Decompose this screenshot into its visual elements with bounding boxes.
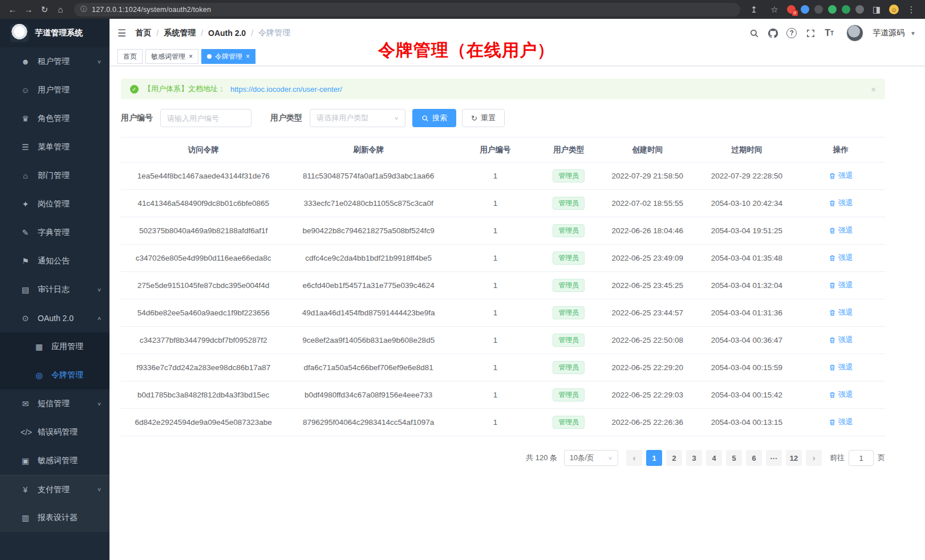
tab-sensitive-word[interactable]: 敏感词管理× xyxy=(145,49,198,64)
user-avatar[interactable] xyxy=(846,25,863,42)
close-tab-icon[interactable]: × xyxy=(246,53,250,60)
dark-extension-icon[interactable] xyxy=(814,5,823,14)
sidebar-item-notice[interactable]: ⚑通知公告 xyxy=(0,247,109,275)
close-tab-icon[interactable]: × xyxy=(189,53,193,60)
table-row: f9336e7c7dd242a283ee98dc86b17a87dfa6c71a… xyxy=(121,354,885,382)
breadcrumb-item[interactable]: OAuth 2.0 xyxy=(208,29,246,38)
sidebar-item-sensitive-word[interactable]: ▣敏感词管理 xyxy=(0,447,109,475)
total-count: 共 120 条 xyxy=(526,453,557,463)
page-button-3[interactable]: 3 xyxy=(686,450,702,466)
search-icon[interactable] xyxy=(747,26,761,40)
red-extension-icon[interactable]: 0 xyxy=(787,5,796,14)
page-button-2[interactable]: 2 xyxy=(666,450,682,466)
force-logout-button[interactable]: 强退 xyxy=(829,253,853,263)
help-icon[interactable]: ? xyxy=(784,26,799,40)
sidebar-item-label: 岗位管理 xyxy=(38,199,70,209)
home-icon[interactable]: ⌂ xyxy=(52,2,68,18)
refresh-token-cell: cdfc4ce9c2da4bb1bdf21b9918ff4be5 xyxy=(286,245,451,272)
force-logout-button[interactable]: 强退 xyxy=(829,389,853,400)
sidebar-item-menu[interactable]: ☰菜单管理 xyxy=(0,133,109,161)
force-logout-button[interactable]: 强退 xyxy=(829,225,853,236)
font-size-icon[interactable]: TT xyxy=(822,26,837,40)
sidebar-item-oauth2-token[interactable]: ◎令牌管理 xyxy=(0,361,109,389)
sidebar-item-oauth2-app[interactable]: ▦应用管理 xyxy=(0,332,109,361)
sidebar-item-dept[interactable]: ⌂部门管理 xyxy=(0,161,109,190)
more-pages-button[interactable]: ··· xyxy=(766,450,782,466)
github-icon[interactable] xyxy=(765,26,780,40)
tab-token[interactable]: 令牌管理× xyxy=(201,49,255,64)
site-info-icon[interactable]: ⓘ xyxy=(80,5,87,14)
page-button-6[interactable]: 6 xyxy=(746,450,762,466)
doc-link[interactable]: https://doc.iocoder.cn/user-center/ xyxy=(230,85,342,94)
breadcrumb-item[interactable]: 首页 xyxy=(135,28,151,38)
url-bar[interactable]: ⓘ 127.0.0.1:1024/system/oauth2/token xyxy=(74,3,740,17)
refresh-token-cell: dfa6c71a50a54c66bef706ef9e6e8d81 xyxy=(286,354,451,382)
share-icon[interactable]: ↥ xyxy=(746,2,762,18)
tab-home[interactable]: 首页 xyxy=(117,49,143,64)
page-button-5[interactable]: 5 xyxy=(726,450,742,466)
force-logout-button[interactable]: 强退 xyxy=(829,362,853,372)
action-cell: 强退 xyxy=(797,382,885,409)
sidebar-item-oauth2[interactable]: ⊙OAuth 2.0∧ xyxy=(0,304,109,332)
logo-image xyxy=(10,24,29,42)
table-row: 54d6be82ee5a460a9aedc1f9bf22365649d1aa46… xyxy=(121,299,885,327)
sidebar-toggle-icon[interactable]: ☰ xyxy=(117,27,126,39)
sidebar-item-sms[interactable]: ✉短信管理∨ xyxy=(0,389,109,418)
active-tab-dot xyxy=(207,54,212,59)
force-logout-button[interactable]: 强退 xyxy=(829,417,853,427)
username[interactable]: 芋道源码 xyxy=(873,28,904,38)
user-id-cell: 1 xyxy=(451,272,539,299)
back-icon[interactable]: ← xyxy=(5,2,21,18)
sidebar-item-tenant[interactable]: ☻租户管理∨ xyxy=(0,47,109,76)
page-size-select[interactable]: 10条/页 ∨ xyxy=(564,450,618,466)
page-button-1[interactable]: 1 xyxy=(646,450,662,466)
sidebar-item-user[interactable]: ☺用户管理 xyxy=(0,76,109,104)
user-type-select[interactable]: 请选择用户类型 ∨ xyxy=(310,109,405,127)
sidebar-item-dict[interactable]: ✎字典管理 xyxy=(0,218,109,247)
submenu-oauth2: ▦应用管理◎令牌管理 xyxy=(0,332,109,389)
force-logout-button[interactable]: 强退 xyxy=(829,280,853,290)
action-cell: 强退 xyxy=(797,190,885,217)
sidebar-item-pay[interactable]: ¥支付管理∨ xyxy=(0,475,109,504)
expire-time-cell: 2054-03-04 00:36:47 xyxy=(697,327,796,354)
breadcrumb-item[interactable]: 系统管理 xyxy=(164,28,196,38)
fullscreen-icon[interactable] xyxy=(803,26,818,40)
reload-icon[interactable]: ↻ xyxy=(36,2,52,18)
split-screen-icon[interactable]: ◨ xyxy=(869,2,885,18)
sidebar-item-role[interactable]: ♛角色管理 xyxy=(0,104,109,133)
forward-icon[interactable]: → xyxy=(21,2,36,18)
create-time-cell: 2022-06-25 22:50:08 xyxy=(598,327,697,354)
sidebar-item-post[interactable]: ✦岗位管理 xyxy=(0,190,109,218)
reset-button[interactable]: ↻ 重置 xyxy=(462,109,505,127)
prev-page-button[interactable]: ‹ xyxy=(626,450,642,466)
user-type-cell: 管理员 xyxy=(539,163,598,190)
app-logo[interactable]: 芋道管理系统 xyxy=(0,19,109,47)
slate-extension-icon[interactable] xyxy=(855,5,864,14)
force-logout-button[interactable]: 强退 xyxy=(829,307,853,318)
sidebar-item-error-code[interactable]: </>错误码管理 xyxy=(0,418,109,447)
sidebar-item-label: 应用管理 xyxy=(51,342,83,352)
browser-profile-avatar[interactable]: ☺ xyxy=(889,5,899,14)
page-button-12[interactable]: 12 xyxy=(786,450,802,466)
refresh-token-cell: b0df4980ffd34c67a08f9156e4eee733 xyxy=(286,382,451,409)
delete-icon xyxy=(829,172,836,180)
page-button-4[interactable]: 4 xyxy=(706,450,722,466)
goto-page-input[interactable] xyxy=(849,450,874,466)
sidebar-item-report[interactable]: ▥报表设计器 xyxy=(0,504,109,532)
next-page-button[interactable]: › xyxy=(806,450,822,466)
sidebar-item-audit-log[interactable]: ▤审计日志∨ xyxy=(0,275,109,304)
browser-actions: ↥ ☆ 0 ◨ ☺ ⋮ xyxy=(746,2,920,18)
teal-extension-icon[interactable] xyxy=(842,5,850,14)
force-logout-button[interactable]: 强退 xyxy=(829,171,853,181)
green-extension-icon[interactable] xyxy=(828,5,837,14)
alert-close-icon[interactable]: × xyxy=(871,84,876,94)
search-button[interactable]: 搜索 xyxy=(412,109,456,127)
bookmark-star-icon[interactable]: ☆ xyxy=(766,2,782,18)
table-row: c342377bf8b344799dcbf7bf095287f29ce8ef2a… xyxy=(121,327,885,354)
user-id-input[interactable] xyxy=(160,109,251,127)
force-logout-button[interactable]: 强退 xyxy=(829,198,853,208)
blue-extension-icon[interactable] xyxy=(801,5,809,14)
browser-menu-icon[interactable]: ⋮ xyxy=(903,2,919,18)
force-logout-button[interactable]: 强退 xyxy=(829,335,853,345)
user-menu-caret-icon[interactable]: ▼ xyxy=(910,30,916,36)
